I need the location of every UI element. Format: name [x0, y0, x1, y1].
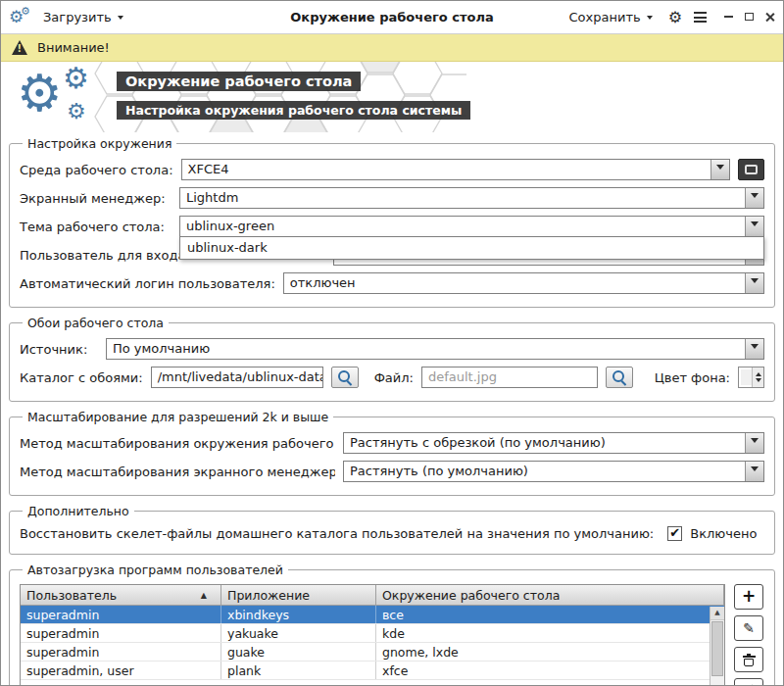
scaling-desktop-label: Метод масштабирования окружения рабочего… — [20, 436, 335, 451]
wallpaper-file-browse-button[interactable] — [606, 367, 633, 388]
cell-env: kde — [376, 624, 724, 642]
skel-restore-label: Восстановить скелет-файлы домашнего ката… — [20, 526, 654, 541]
maximize-icon — [745, 13, 754, 21]
cell-app: plank — [221, 662, 376, 679]
bg-color-label: Цвет фона: — [655, 370, 730, 385]
refresh-button[interactable] — [734, 678, 763, 686]
theme-dropdown-list: ublinux-dark — [179, 236, 764, 260]
minimize-icon — [724, 16, 733, 18]
scroll-thumb[interactable] — [711, 621, 723, 676]
hero-title: Окружение рабочего стола — [117, 72, 361, 91]
plus-icon: + — [742, 588, 756, 605]
chevron-down-icon — [751, 278, 759, 287]
wallpaper-file-input[interactable]: default.jpg — [421, 367, 598, 388]
table-row[interactable]: superadmin xbindkeys все — [21, 606, 724, 624]
autostart-actions: + ✎ — [734, 584, 764, 686]
titlebar: ⚙⚙ Загрузить Окружение рабочего стола Со… — [1, 1, 783, 34]
cell-env: gnome, lxde — [376, 643, 724, 661]
column-header-label: Окружение рабочего стола — [382, 588, 560, 603]
skel-checkbox-label: Включено — [690, 526, 757, 541]
combobox-arrow-button[interactable] — [745, 188, 763, 208]
minimize-button[interactable] — [722, 11, 734, 23]
autostart-table[interactable]: Пользователь ▲ Приложение Окружение рабо… — [20, 584, 725, 686]
warning-text: Внимание! — [37, 40, 110, 55]
close-icon — [764, 12, 774, 22]
desktop-environment-extra-button[interactable] — [738, 159, 764, 180]
group-autostart-legend: Автозагрузка программ пользователей — [23, 563, 288, 577]
combobox-arrow-button[interactable] — [745, 217, 763, 236]
maximize-button[interactable] — [743, 11, 755, 23]
cell-user: superadmin — [21, 606, 221, 623]
menu-button[interactable] — [694, 10, 707, 25]
scaling-dm-combobox[interactable]: Растянуть (по умолчанию) — [343, 461, 764, 482]
column-header-app[interactable]: Приложение — [221, 585, 376, 606]
app-gear-small-icon: ⚙ — [21, 6, 30, 17]
group-scaling: Масштабирование для разрешений 2k и выше… — [9, 410, 775, 496]
skel-checkbox[interactable]: ✔ — [667, 526, 682, 541]
scaling-desktop-combobox[interactable]: Растянуть с обрезкой (по умолчанию) — [343, 432, 764, 454]
combobox-value: XFCE4 — [182, 160, 710, 179]
scroll-up-button[interactable]: ▲ — [710, 607, 724, 620]
group-additional: Дополнительно Восстановить скелет-файлы … — [9, 504, 775, 555]
group-environment-legend: Настройка окружения — [23, 136, 176, 151]
gears-illustration-icon: ⚙ ⚙ ⚙ — [17, 66, 110, 130]
wallpaper-dir-label: Каталог с обоями: — [20, 370, 143, 385]
table-scrollbar[interactable]: ▲ ▼ — [710, 607, 724, 686]
hero-subtitle: Настройка окружения рабочего стола систе… — [117, 101, 470, 120]
display-manager-combobox[interactable]: Lightdm — [179, 187, 764, 209]
delete-button[interactable] — [734, 647, 763, 672]
theme-combobox[interactable]: ublinux-green — [179, 216, 764, 237]
close-button[interactable] — [763, 11, 775, 23]
autologin-combobox[interactable]: отключен — [283, 272, 764, 294]
cell-app: guake — [221, 643, 376, 661]
trash-icon — [743, 654, 756, 666]
cell-user: superadmin, user — [21, 662, 221, 679]
panel-icon — [745, 165, 758, 174]
theme-label: Тема рабочего стола: — [20, 220, 172, 234]
table-row[interactable]: superadmin yakuake kde — [21, 624, 724, 643]
load-button[interactable]: Загрузить — [39, 8, 127, 26]
combobox-arrow-button[interactable] — [745, 462, 763, 481]
cell-app: xbindkeys — [221, 606, 376, 623]
search-icon — [612, 370, 626, 384]
settings-button[interactable]: ⚙ — [668, 10, 682, 25]
app-window: ⚙⚙ Загрузить Окружение рабочего стола Со… — [0, 0, 784, 686]
combobox-arrow-button[interactable] — [710, 160, 729, 179]
table-row[interactable]: superadmin, user plank xfce — [21, 662, 724, 680]
spinner-up-icon — [756, 369, 761, 376]
window-controls — [722, 11, 775, 23]
wallpaper-source-combobox[interactable]: По умолчанию — [106, 338, 764, 360]
combobox-arrow-button[interactable] — [745, 433, 763, 453]
table-row[interactable]: superadmin guake gnome, lxde — [21, 643, 724, 662]
combobox-value: ublinux-green — [180, 217, 745, 236]
search-icon — [338, 370, 352, 384]
add-button[interactable]: + — [734, 584, 763, 610]
hamburger-icon — [694, 12, 707, 23]
wallpaper-dir-value: /mnt/livedata/ublinux-data/b — [158, 369, 323, 384]
wallpaper-dir-browse-button[interactable] — [331, 367, 359, 388]
load-button-label: Загрузить — [43, 10, 112, 24]
save-button-label: Сохранить — [569, 10, 641, 24]
combobox-value: Растянуть с обрезкой (по умолчанию) — [344, 433, 745, 453]
combobox-arrow-button[interactable] — [745, 339, 763, 359]
edit-button[interactable]: ✎ — [734, 615, 763, 641]
chevron-down-icon — [751, 193, 759, 202]
check-icon: ✔ — [669, 526, 680, 539]
gear-icon: ⚙ — [668, 8, 682, 26]
save-button[interactable]: Сохранить — [565, 8, 657, 26]
wallpaper-source-label: Источник: — [20, 342, 98, 357]
wallpaper-dir-input[interactable]: /mnt/livedata/ublinux-data/b — [151, 367, 323, 388]
theme-dropdown-item[interactable]: ublinux-dark — [180, 237, 763, 259]
column-header-user[interactable]: Пользователь ▲ — [21, 585, 221, 606]
combobox-arrow-button[interactable] — [745, 273, 763, 293]
chevron-down-icon — [751, 466, 759, 475]
group-environment: Настройка окружения Среда рабочего стола… — [9, 136, 775, 308]
chevron-down-icon — [647, 16, 653, 23]
spinner-down-icon — [756, 378, 761, 385]
sort-asc-icon: ▲ — [201, 591, 215, 600]
desktop-environment-combobox[interactable]: XFCE4 — [181, 159, 730, 180]
bg-color-picker[interactable] — [738, 367, 764, 388]
pencil-icon: ✎ — [743, 621, 755, 635]
column-header-env[interactable]: Окружение рабочего стола — [376, 585, 724, 606]
table-header-row: Пользователь ▲ Приложение Окружение рабо… — [21, 585, 724, 606]
